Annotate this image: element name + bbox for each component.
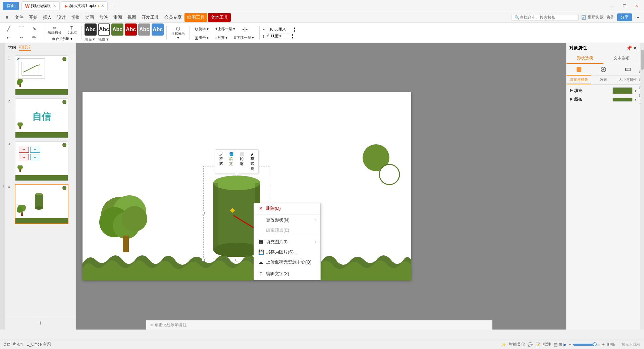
search-input[interactable] xyxy=(520,15,567,20)
group-arrow[interactable]: ▼ xyxy=(206,36,209,40)
up-arrow[interactable]: ▼ xyxy=(232,27,236,31)
slide-item-3[interactable]: 3 ■■ ■■ ■■ ■■ xyxy=(8,141,73,181)
tab-document[interactable]: ▶ 演示文稿1.pptx ● ✕ xyxy=(61,1,108,10)
freeform-tool[interactable]: ∿ xyxy=(28,24,40,33)
rotate-arrow[interactable]: ▼ xyxy=(206,27,209,31)
outline-tab[interactable]: 大纲 xyxy=(8,45,16,50)
slide-tab[interactable]: 幻灯片 xyxy=(19,44,31,51)
menu-view[interactable]: 视图 xyxy=(125,13,139,22)
zoom-in-btn[interactable]: ＋ xyxy=(601,342,605,347)
right-panel-close-icon[interactable]: ✕ xyxy=(633,45,637,51)
ctx-item-edit-points[interactable]: 编辑顶点(E) xyxy=(254,225,320,235)
ctx-item-font[interactable]: A字体(F)... xyxy=(254,279,320,280)
slide-item-1[interactable]: 1 xyxy=(8,55,73,95)
tab-template[interactable]: W 找版壳模板 ✕ xyxy=(21,1,60,10)
restore-button[interactable]: ❐ xyxy=(620,2,629,10)
style-black-outline[interactable]: Abc xyxy=(98,23,110,36)
panel-subtab-effect[interactable] xyxy=(591,64,615,76)
ctx-item-change-shape[interactable]: 更改形状(N) › xyxy=(254,215,320,225)
view-normal-btn[interactable]: ▤ xyxy=(554,342,557,347)
more-button[interactable]: ⋯ xyxy=(633,13,641,21)
menu-draw-tools[interactable]: 绘图工具 xyxy=(184,13,207,22)
menu-design[interactable]: 设计 xyxy=(54,13,68,22)
curve-tool[interactable]: ⌒ xyxy=(15,24,28,33)
group-btn[interactable]: ⊞ 组合 ▼ xyxy=(193,35,211,41)
panel-collapse-button[interactable]: 《 xyxy=(0,43,5,330)
add-tab-button[interactable]: + xyxy=(109,2,117,10)
update-button[interactable]: 🔄 更新失败 xyxy=(581,14,604,20)
zoom-out-btn[interactable]: － xyxy=(568,342,572,347)
quick-style-btn[interactable]: 🖊 样式 xyxy=(217,151,226,172)
style-gray[interactable]: Abc xyxy=(138,23,150,36)
menu-member[interactable]: 会员专享 xyxy=(162,13,184,22)
line-tool[interactable]: ╱ xyxy=(3,24,15,33)
notes-bar[interactable]: ≡ 单击此处添加备注 xyxy=(146,320,492,330)
menu-transition[interactable]: 切换 xyxy=(68,13,83,22)
subtab-size-label[interactable]: 大小与属性 xyxy=(615,76,640,84)
handle-bottom-center[interactable] xyxy=(235,259,238,261)
menu-text-tools[interactable]: 文本工具 xyxy=(208,13,231,22)
subtab-fill-line-label[interactable]: 填充与线条 xyxy=(567,76,591,84)
menu-developer[interactable]: 开发工具 xyxy=(139,13,162,22)
quick-outline-btn[interactable]: ⬜ 轮廓 xyxy=(237,151,247,172)
tab-doc-close-icon[interactable]: ✕ xyxy=(101,4,104,8)
menu-start[interactable]: 开始 xyxy=(26,13,40,22)
zoom-thumb[interactable] xyxy=(593,342,597,346)
textbox-btn[interactable]: T 文本框 xyxy=(65,24,79,36)
vertical-scrollbar[interactable] xyxy=(640,43,644,330)
ctx-item-fill-pic[interactable]: 🖼填充图片(I) › xyxy=(254,237,320,247)
handle-bottom-left[interactable] xyxy=(202,259,205,261)
width-up-arrow[interactable]: ▲ xyxy=(293,27,296,30)
style-green[interactable]: Abc xyxy=(111,23,123,36)
menu-slideshow[interactable]: 放映 xyxy=(97,13,111,22)
align-btn[interactable]: ≡ 对齐 ▼ xyxy=(213,35,230,41)
width-input[interactable] xyxy=(268,27,291,32)
collab-button[interactable]: 协作 xyxy=(604,13,617,21)
share-button[interactable]: 分享 xyxy=(617,13,632,21)
line-color-swatch[interactable] xyxy=(612,98,633,102)
pin-icon[interactable]: 📌 xyxy=(626,45,632,51)
fill-dropdown-arrow[interactable]: ▼ xyxy=(634,89,637,93)
panel-tab-shape[interactable]: 形状选项 xyxy=(567,53,603,64)
slide-canvas[interactable]: 🖊 样式 🪣 填充 ⬜ 轮廓 🖌 格式刷 xyxy=(83,92,411,280)
scrollbar-thumb[interactable] xyxy=(641,50,644,70)
minimize-button[interactable]: — xyxy=(608,2,617,10)
style-dark[interactable]: Abc xyxy=(85,23,97,36)
move-down-btn[interactable]: ⬇ 下移一层 ▼ xyxy=(231,35,257,41)
view-present-btn[interactable]: ▶ xyxy=(564,342,567,347)
edit-shape-btn[interactable]: ✏ 编辑形状 xyxy=(46,24,63,36)
down-arrow[interactable]: ▼ xyxy=(251,36,255,40)
move-up-btn[interactable]: ⬆ 上移一层 ▼ xyxy=(213,26,238,32)
fill-color-swatch[interactable] xyxy=(612,87,633,94)
connector-tool[interactable]: ⌐ xyxy=(3,34,15,41)
maximize-button[interactable]: ✕ xyxy=(632,2,641,10)
effects-arrow[interactable]: ▼ xyxy=(176,36,180,40)
slide-item-2[interactable]: 2 自信 xyxy=(8,98,73,138)
slide-item-4[interactable]: 4 xyxy=(8,184,73,224)
outline-dropdown[interactable]: 轮廓▼ xyxy=(98,37,109,42)
line-dropdown-arrow[interactable]: ▼ xyxy=(634,98,637,101)
panel-subtab-fill[interactable] xyxy=(567,64,591,76)
align-arrow[interactable]: ▼ xyxy=(225,36,228,40)
tab-close-icon[interactable]: ✕ xyxy=(53,4,56,8)
note-btn[interactable]: 📝 xyxy=(535,342,540,347)
height-down-arrow[interactable]: ▼ xyxy=(291,36,294,39)
add-slide-button[interactable]: + xyxy=(5,317,75,330)
height-up-arrow[interactable]: ▲ xyxy=(291,33,294,36)
width-down-arrow[interactable]: ▼ xyxy=(293,30,296,33)
quick-format-btn[interactable]: 🖌 格式刷 xyxy=(248,151,257,172)
menu-insert[interactable]: 插入 xyxy=(40,13,54,22)
comment-btn[interactable]: 💬 xyxy=(528,342,533,347)
slide-thumbnail-1[interactable]: 🔊 xyxy=(15,55,68,95)
arc-tool[interactable]: ⌣ xyxy=(15,34,28,41)
ctx-item-save-pic[interactable]: 💾另存为图片(S)... xyxy=(254,247,320,257)
slide-thumbnail-3[interactable]: ■■ ■■ ■■ ■■ xyxy=(15,141,68,181)
menu-animation[interactable]: 动画 xyxy=(83,13,97,22)
scribble-tool[interactable]: ✏ xyxy=(28,34,40,41)
style-red[interactable]: Abc xyxy=(125,23,137,36)
ctx-item-delete[interactable]: ✕删除(D) xyxy=(254,203,320,213)
select-btn[interactable]: ⊹ xyxy=(239,24,251,34)
merge-arrow[interactable]: ▼ xyxy=(70,37,73,41)
panel-subtab-size[interactable]: □ xyxy=(615,64,640,76)
home-button[interactable]: 首页 xyxy=(3,2,19,10)
